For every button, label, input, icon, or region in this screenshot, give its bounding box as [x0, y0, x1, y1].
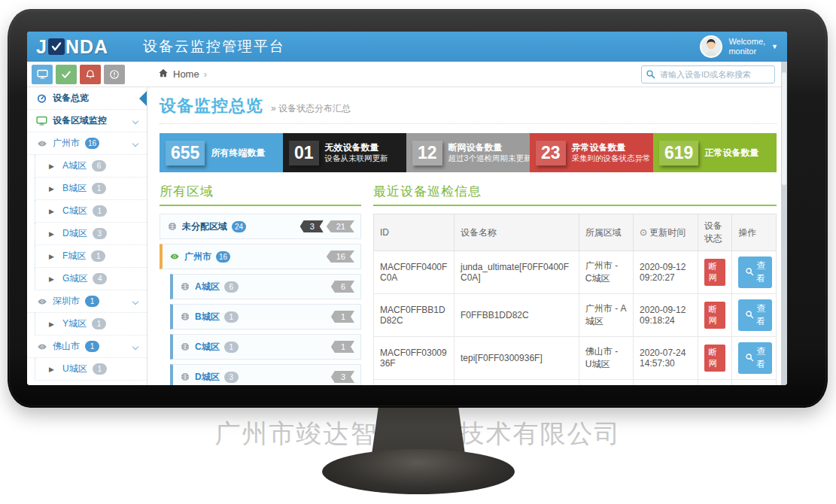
- cell-device-name: tepi[F0FF0300936F]: [454, 337, 579, 380]
- stat-value: 619: [659, 141, 698, 165]
- user-menu[interactable]: Welcome, monitor ▼: [700, 35, 778, 58]
- eye-icon: [36, 342, 47, 352]
- logo-letters-nda: NDA: [65, 36, 108, 58]
- table-row[interactable]: MACF0FFBB1DD82C F0FFBB1DD82C 广州市 - A城区 2…: [374, 294, 777, 337]
- count-badge: 1: [93, 205, 107, 217]
- count-badge: 6: [224, 281, 239, 293]
- region-row[interactable]: 广州市 16 16: [160, 244, 361, 269]
- scene: 广州市竣达智能软件技术有限公司 JNDA 设备云监控管理平台 Welcome, …: [0, 0, 836, 504]
- status-badge: 断网: [704, 302, 725, 329]
- view-button[interactable]: 查看: [738, 257, 772, 288]
- region-label: B城区: [195, 311, 220, 323]
- stat-card: 655 所有终端数量: [160, 133, 283, 172]
- region-row[interactable]: D城区 3 3: [170, 364, 361, 385]
- stat-value: 12: [412, 141, 442, 165]
- stat-label: 断网设备数量: [448, 142, 503, 153]
- sidebar-item[interactable]: ▶ Y城区 1: [35, 313, 147, 335]
- count-badge: 1: [85, 296, 99, 307]
- search-icon: [745, 310, 754, 321]
- avatar[interactable]: [700, 35, 722, 58]
- sidebar-item-label: U城区: [62, 363, 87, 375]
- cell-update-time: 2020-05-1815:52:52: [634, 380, 698, 386]
- check-tab-button[interactable]: [56, 65, 77, 84]
- scrollbar-thumb[interactable]: [782, 72, 786, 185]
- sidebar-item[interactable]: ▶ F城区 1: [35, 245, 147, 268]
- breadcrumb-separator: ›: [204, 68, 207, 80]
- regions-title: 所有区域: [160, 183, 361, 206]
- region-row[interactable]: C城区 1 1: [170, 334, 361, 360]
- region-row[interactable]: A城区 6 6: [170, 274, 361, 299]
- stat-card: 23 异常设备数量 采集到的设备状态异常: [530, 133, 653, 172]
- stat-label: 无效设备数量: [325, 142, 379, 153]
- stat-card: 619 正常设备数量: [653, 133, 777, 172]
- globe-icon: [179, 372, 190, 382]
- region-tags: 1: [331, 341, 354, 353]
- view-button[interactable]: 查看: [738, 342, 772, 374]
- main-content: 设备监控总览 » 设备状态分布汇总 655 所有终端数量 01 无效设备数量 设…: [147, 87, 787, 385]
- count-ribbon: 6: [331, 281, 354, 293]
- sidebar-item[interactable]: 设备区域监控: [27, 110, 147, 132]
- breadcrumb: Home ›: [147, 62, 641, 87]
- sidebar-item[interactable]: ▶ D城区 3: [35, 223, 147, 245]
- cell-action: 查看: [732, 251, 777, 294]
- table-row[interactable]: MACF0FFBB1DD26D ups_q1测试卡[测试[ups_q1]] - …: [374, 380, 777, 386]
- stat-card: 12 断网设备数量 超过3个巡检周期未更新: [406, 133, 530, 172]
- region-tags: 3: [331, 371, 354, 383]
- inspection-title: 最近设备巡检信息: [373, 183, 777, 206]
- view-button[interactable]: 查看: [738, 299, 772, 331]
- logo-letter-j: J: [36, 36, 47, 58]
- sidebar-item[interactable]: 广州市 16: [27, 132, 147, 155]
- sidebar-item[interactable]: ▶ G城区 4: [35, 268, 147, 290]
- alarm-bell-button[interactable]: [80, 65, 101, 84]
- sidebar-item[interactable]: ▶ B城区 1: [35, 178, 147, 200]
- eye-green-icon: [169, 251, 180, 262]
- region-row[interactable]: 未分配区域 24 321: [160, 214, 361, 239]
- stat-card: 01 无效设备数量 设备从未联网更新: [283, 133, 406, 172]
- cell-region: 佛山市 - U城区: [579, 337, 633, 380]
- sidebar-item[interactable]: 深圳市 1: [27, 290, 147, 313]
- status-badge: 断网: [704, 345, 725, 372]
- table-row[interactable]: MACF0FF0300936F tepi[F0FF0300936F] 佛山市 -…: [374, 337, 777, 380]
- breadcrumb-home-link[interactable]: Home: [173, 68, 199, 80]
- region-label: 未分配区域: [182, 220, 227, 233]
- sidebar-item[interactable]: 设备总览: [27, 87, 147, 110]
- globe-icon: [179, 281, 190, 292]
- cell-id: MACF0FFBB1DD26D: [374, 380, 454, 386]
- sidebar: 设备总览 设备区域监控 广州市 16 ▶ A城区 6 ▶ B城区 1 ▶ C城区…: [27, 87, 147, 385]
- table-row[interactable]: MACF0FF0400FC0A junda_ultimate[F0FF0400F…: [374, 251, 777, 294]
- chevron-down-icon[interactable]: [132, 298, 138, 304]
- sidebar-item[interactable]: ▶ A城区 6: [35, 155, 147, 178]
- search-box: [641, 65, 775, 83]
- cell-action: 查看: [732, 337, 777, 380]
- count-badge: 1: [92, 318, 106, 329]
- count-ribbon: 1: [331, 311, 354, 323]
- region-row[interactable]: B城区 1 1: [170, 304, 361, 329]
- cell-id: MACF0FF0400FC0A: [374, 251, 454, 294]
- cell-update-time: 2020-09-1209:20:27: [634, 251, 698, 294]
- warning-tab-button[interactable]: [104, 65, 125, 84]
- stat-value: 655: [166, 141, 205, 165]
- count-badge: 3: [93, 228, 107, 239]
- count-badge: 1: [93, 363, 107, 375]
- search-input[interactable]: [641, 65, 775, 83]
- sidebar-item[interactable]: ▶ C城区 1: [35, 200, 147, 223]
- chevron-down-icon[interactable]: [132, 343, 138, 349]
- scrollbar[interactable]: [781, 62, 787, 385]
- cell-status: 断网: [698, 251, 731, 294]
- count-badge: 3: [224, 372, 239, 383]
- sidebar-item[interactable]: ▶ U城区 1: [35, 358, 147, 381]
- chevron-down-icon[interactable]: [132, 117, 138, 123]
- quick-icons: [27, 62, 147, 87]
- count-badge: 1: [92, 183, 106, 194]
- chevron-down-icon[interactable]: ▼: [771, 43, 778, 50]
- monitor-stand-base: [322, 449, 515, 494]
- cell-status: 断网: [698, 380, 731, 386]
- count-ribbon: 21: [327, 220, 354, 232]
- chevron-down-icon[interactable]: [132, 140, 138, 146]
- stat-label: 异常设备数量: [572, 142, 626, 153]
- monitor-tab-button[interactable]: [32, 65, 53, 84]
- cell-id: MACF0FFBB1DD82C: [374, 294, 454, 337]
- sidebar-item[interactable]: 佛山市 1: [27, 335, 147, 358]
- stat-label: 所有终端数量: [211, 147, 265, 158]
- search-icon: [745, 353, 754, 364]
